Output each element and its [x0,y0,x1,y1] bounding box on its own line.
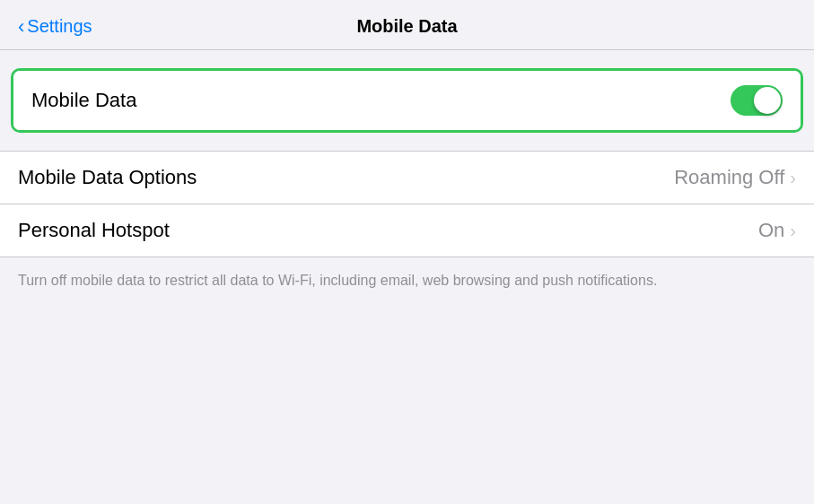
mobile-data-options-value: Roaming Off [674,166,784,189]
personal-hotspot-row[interactable]: Personal Hotspot On › [0,204,814,256]
back-button[interactable]: ‹ Settings [18,15,92,39]
footer-description: Turn off mobile data to restrict all dat… [0,257,814,303]
toggle-knob [754,87,781,114]
personal-hotspot-value-container: On › [758,219,796,242]
mobile-data-options-label: Mobile Data Options [18,166,197,189]
mobile-data-highlighted-section: Mobile Data [11,68,803,133]
navigation-header: ‹ Settings Mobile Data [0,0,814,50]
personal-hotspot-value: On [758,219,784,242]
mobile-data-row: Mobile Data [13,71,801,130]
mobile-data-toggle[interactable] [731,85,783,116]
mobile-data-options-row[interactable]: Mobile Data Options Roaming Off › [0,152,814,204]
settings-content: Mobile Data Mobile Data Options Roaming … [0,50,814,303]
mobile-data-options-chevron-icon: › [790,168,796,188]
settings-section: Mobile Data Options Roaming Off › Person… [0,151,814,257]
footer-text-content: Turn off mobile data to restrict all dat… [18,273,657,288]
mobile-data-label: Mobile Data [31,89,136,112]
back-button-label: Settings [27,16,92,37]
personal-hotspot-label: Personal Hotspot [18,219,170,242]
mobile-data-options-value-container: Roaming Off › [674,166,796,189]
personal-hotspot-chevron-icon: › [790,221,796,241]
back-chevron-icon: ‹ [18,15,24,39]
page-title: Mobile Data [356,16,457,37]
